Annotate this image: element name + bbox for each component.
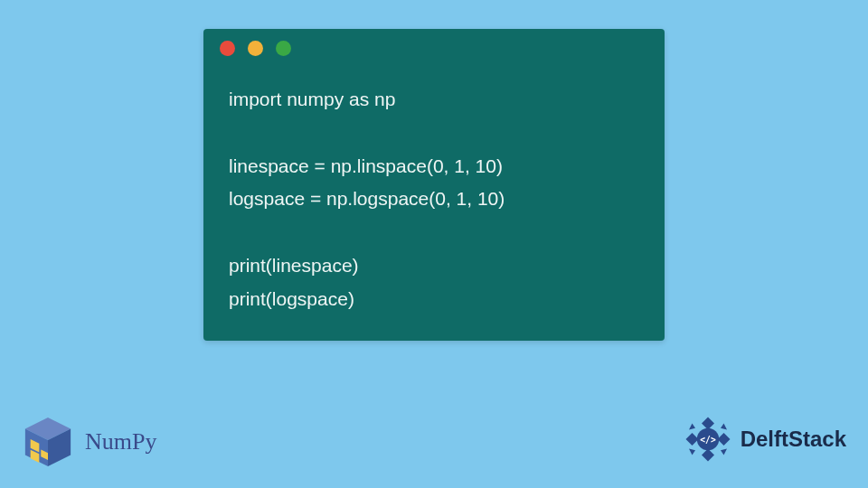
minimize-icon[interactable] — [248, 41, 263, 56]
svg-marker-7 — [702, 418, 714, 430]
numpy-label: NumPy — [85, 428, 156, 455]
svg-marker-12 — [689, 424, 695, 430]
close-icon[interactable] — [220, 41, 235, 56]
svg-text:</>: </> — [700, 435, 716, 445]
delftstack-logo-icon: </> — [683, 414, 733, 465]
window-title-bar — [203, 29, 665, 67]
delftstack-label: DelftStack — [741, 427, 846, 452]
code-window: import numpy as np linespace = np.linspa… — [203, 29, 665, 341]
svg-marker-11 — [721, 424, 727, 430]
svg-marker-13 — [721, 449, 727, 455]
code-line: print(logspace) — [229, 288, 354, 309]
numpy-badge: NumPy — [22, 416, 156, 468]
svg-marker-9 — [685, 433, 698, 446]
code-line: print(linespace) — [229, 255, 359, 276]
numpy-logo-icon — [22, 416, 74, 468]
code-body: import numpy as np linespace = np.linspa… — [203, 67, 665, 341]
svg-marker-14 — [689, 449, 695, 455]
code-line: logspace = np.logspace(0, 1, 10) — [229, 188, 505, 209]
zoom-icon[interactable] — [276, 41, 291, 56]
code-line: linespace = np.linspace(0, 1, 10) — [229, 155, 503, 176]
svg-marker-10 — [717, 433, 730, 446]
code-line: import numpy as np — [229, 89, 395, 109]
delftstack-badge: </> DelftStack — [683, 414, 846, 465]
svg-marker-8 — [702, 449, 714, 462]
